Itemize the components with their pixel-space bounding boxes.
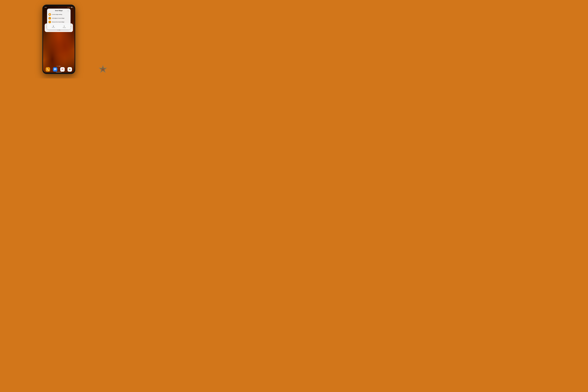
status-time: 8:46 (45, 7, 46, 8)
bluetooth-icon: ⚡ (68, 7, 68, 8)
widget-dot-1 (57, 30, 58, 30)
settings-action-button[interactable]: ⚙ Settings (61, 25, 68, 28)
page-dot-1 (57, 66, 58, 66)
front-camera (58, 7, 59, 8)
info-icon[interactable]: i (68, 10, 69, 12)
page-dots (57, 66, 61, 66)
phone-shell: 8:46 ⚡ 🔕 ▲ ▐▌ ▮ Smart Widget i (42, 4, 75, 74)
settings-action-label: Settings (63, 27, 66, 28)
remove-icon-circle (48, 21, 51, 23)
dock-app-messages[interactable] (53, 67, 58, 72)
menu-item-add-widget[interactable]: Add widget to Smart Widget (47, 16, 70, 20)
menu-divider-bottom (47, 24, 70, 24)
settings-icon-circle (48, 13, 51, 16)
settings-icon: ⚙ (64, 26, 65, 27)
signal-icon: ▐▌ (71, 7, 72, 8)
dock-app-gmail[interactable]: M (60, 67, 65, 72)
remove-action-button[interactable]: 🗑 Remove (50, 25, 57, 28)
add-widget-label: Add widget to Smart Widget (52, 18, 64, 19)
phone-app-icon (46, 68, 49, 71)
android-police-logo (98, 64, 108, 75)
menu-bottom-row: 🗑 Remove ⚙ Settings (47, 25, 70, 29)
gear-icon (49, 14, 50, 15)
menu-title-row: Smart Widget i (47, 10, 70, 12)
wifi-icon: ▲ (70, 7, 71, 8)
page-dot-3 (59, 66, 60, 66)
messages-app-icon (54, 68, 56, 71)
current-settings-label: Current widget settings (52, 14, 62, 15)
menu-title: Smart Widget (55, 10, 62, 11)
menu-item-remove-widget[interactable]: Remove from Smart Widget (47, 20, 70, 24)
gmail-app-icon: M (62, 68, 64, 70)
bottom-dock: M (44, 67, 74, 72)
menu-item-current-settings[interactable]: Current widget settings (47, 12, 70, 16)
status-icons: ⚡ 🔕 ▲ ▐▌ ▮ (68, 7, 73, 8)
minus-icon (49, 21, 50, 23)
svg-point-2 (102, 69, 103, 70)
phone-screen: 8:46 ⚡ 🔕 ▲ ▐▌ ▮ Smart Widget i (43, 6, 74, 72)
photos-app-icon (68, 68, 71, 71)
page-dot-4 (60, 66, 61, 66)
trash-icon: 🗑 (53, 26, 54, 27)
widget-dot-4 (60, 30, 60, 30)
widget-dot-2 (58, 30, 59, 30)
widget-dot-3 (59, 30, 60, 30)
dock-app-photos[interactable] (68, 67, 72, 72)
add-icon-circle (48, 17, 51, 20)
home-indicator[interactable] (56, 72, 62, 72)
widget-dots (46, 30, 71, 30)
dock-app-phone[interactable] (46, 67, 50, 72)
remove-action-label: Remove (52, 27, 55, 28)
plus-icon (49, 18, 50, 19)
remove-widget-label: Remove from Smart Widget (52, 22, 64, 22)
battery-icon: ▮ (72, 7, 73, 8)
context-menu: Smart Widget i Current widget settings (47, 8, 70, 30)
ap-logo-svg (98, 64, 108, 75)
mute-icon: 🔕 (69, 7, 70, 8)
page-dot-2 (58, 66, 58, 66)
